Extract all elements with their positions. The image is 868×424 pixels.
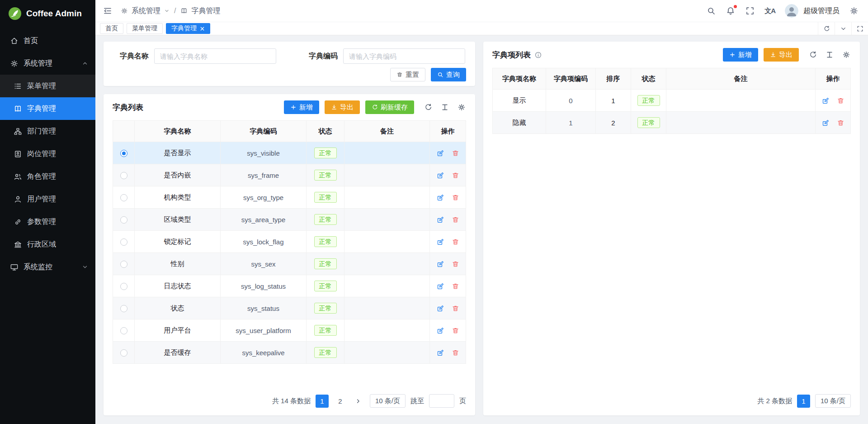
edit-icon[interactable] <box>437 216 444 224</box>
density-icon[interactable] <box>825 50 834 59</box>
refresh-icon[interactable] <box>808 50 817 59</box>
dict-name-input[interactable] <box>154 48 276 64</box>
translate-icon[interactable]: 文A <box>764 7 775 15</box>
breadcrumb-item-current: 字典管理 <box>191 6 220 16</box>
delete-icon[interactable] <box>452 260 459 268</box>
info-icon[interactable] <box>534 51 542 59</box>
refresh-icon[interactable] <box>424 103 433 112</box>
edit-icon[interactable] <box>437 282 444 290</box>
row-radio[interactable] <box>120 194 127 201</box>
add-item-button[interactable]: 新增 <box>723 48 758 62</box>
fullscreen-icon[interactable] <box>745 6 755 16</box>
close-icon[interactable] <box>200 26 205 31</box>
row-radio[interactable] <box>120 261 127 268</box>
sidebar-item-dept-mgmt[interactable]: 部门管理 <box>0 120 95 143</box>
sidebar-item-dict-mgmt[interactable]: 字典管理 <box>0 97 95 120</box>
delete-icon[interactable] <box>452 282 459 290</box>
sidebar-item-role-mgmt[interactable]: 角色管理 <box>0 165 95 188</box>
page-size-select[interactable]: 10 条/页 <box>815 394 851 408</box>
delete-icon[interactable] <box>452 172 459 179</box>
delete-icon[interactable] <box>452 194 459 201</box>
avatar[interactable] <box>785 4 798 18</box>
dict-row[interactable]: 锁定标记sys_lock_flag正常 <box>113 231 466 253</box>
edit-icon[interactable] <box>437 349 444 357</box>
status-cell: 正常 <box>307 319 344 342</box>
row-radio[interactable] <box>120 238 127 246</box>
dict-code-input[interactable] <box>343 48 465 64</box>
delete-icon[interactable] <box>452 327 459 334</box>
jump-page-input[interactable] <box>429 394 454 408</box>
dict-row[interactable]: 机构类型sys_org_type正常 <box>113 186 466 209</box>
edit-icon[interactable] <box>437 149 444 157</box>
edit-icon[interactable] <box>822 119 830 127</box>
delete-icon[interactable] <box>452 216 459 224</box>
dict-row[interactable]: 性别sys_sex正常 <box>113 253 466 275</box>
sidebar-item-admin-region[interactable]: 行政区域 <box>0 233 95 256</box>
edit-icon[interactable] <box>822 97 830 105</box>
breadcrumb-item[interactable]: 系统管理 <box>132 6 160 16</box>
tab-menu-mgmt[interactable]: 菜单管理 <box>127 23 163 34</box>
page-button[interactable]: 1 <box>316 395 329 408</box>
tab-dict-mgmt[interactable]: 字典管理 <box>166 23 210 34</box>
edit-icon[interactable] <box>437 194 444 201</box>
dict-row[interactable]: 用户平台sys_user_platform正常 <box>113 319 466 342</box>
row-radio[interactable] <box>120 305 127 312</box>
sidebar-item-param-mgmt[interactable]: 参数管理 <box>0 210 95 233</box>
delete-icon[interactable] <box>837 97 844 105</box>
row-radio[interactable] <box>120 172 127 179</box>
delete-icon[interactable] <box>452 349 459 357</box>
edit-icon[interactable] <box>437 238 444 246</box>
edit-icon[interactable] <box>437 327 444 334</box>
sidebar-item-menu-mgmt[interactable]: 菜单管理 <box>0 75 95 97</box>
page-button[interactable]: 1 <box>797 395 810 408</box>
delete-icon[interactable] <box>452 238 459 246</box>
add-button[interactable]: 新增 <box>284 100 319 114</box>
dict-row[interactable]: 状态sys_status正常 <box>113 297 466 319</box>
search-icon[interactable] <box>706 6 716 16</box>
edit-icon[interactable] <box>437 172 444 179</box>
notifications-bell-icon[interactable] <box>726 6 736 16</box>
page-button[interactable]: 2 <box>334 395 347 408</box>
refresh-cache-button[interactable]: 刷新缓存 <box>365 100 414 114</box>
user-name[interactable]: 超级管理员 <box>803 6 840 16</box>
dict-item-row[interactable]: 隐藏12正常 <box>493 112 851 134</box>
next-page-button[interactable] <box>352 395 365 408</box>
app-logo[interactable]: Coffee Admin <box>0 0 95 27</box>
sidebar-item-post-mgmt[interactable]: 岗位管理 <box>0 143 95 165</box>
export-button[interactable]: 导出 <box>325 100 360 114</box>
dict-row[interactable]: 是否内嵌sys_frame正常 <box>113 164 466 186</box>
dict-row[interactable]: 日志状态sys_log_status正常 <box>113 275 466 297</box>
sidebar-item-home[interactable]: 首页 <box>0 29 95 52</box>
delete-icon[interactable] <box>452 305 459 312</box>
page-size-select[interactable]: 10 条/页 <box>370 394 406 408</box>
delete-icon[interactable] <box>837 119 844 127</box>
row-radio[interactable] <box>120 349 127 357</box>
gear-icon[interactable] <box>842 50 851 59</box>
dict-row[interactable]: 是否缓存sys_keepalive正常 <box>113 342 466 364</box>
export-items-button[interactable]: 导出 <box>764 48 799 62</box>
column-header: 字典项编码 <box>546 68 596 90</box>
refresh-icon[interactable] <box>818 22 835 35</box>
query-button[interactable]: 查询 <box>431 68 466 81</box>
reset-button[interactable]: 重置 <box>390 68 425 81</box>
sidebar-item-user-mgmt[interactable]: 用户管理 <box>0 188 95 210</box>
gear-icon[interactable] <box>457 103 466 112</box>
density-icon[interactable] <box>440 103 449 112</box>
edit-icon[interactable] <box>437 305 444 312</box>
collapse-sidebar-icon[interactable] <box>103 6 113 16</box>
expand-icon[interactable] <box>851 22 868 35</box>
settings-gear-icon[interactable] <box>849 6 859 16</box>
delete-icon[interactable] <box>452 149 459 157</box>
sidebar-item-system-monitor[interactable]: 系统监控 <box>0 256 95 278</box>
dict-row[interactable]: 是否显示sys_visible正常 <box>113 142 466 164</box>
row-radio[interactable] <box>120 283 127 290</box>
dict-item-row[interactable]: 显示01正常 <box>493 90 851 112</box>
tab-home[interactable]: 首页 <box>100 23 123 34</box>
sidebar-item-system-mgmt[interactable]: 系统管理 <box>0 52 95 75</box>
row-radio[interactable] <box>120 150 127 157</box>
edit-icon[interactable] <box>437 260 444 268</box>
row-radio[interactable] <box>120 327 127 334</box>
chevron-down-icon[interactable] <box>835 22 851 35</box>
dict-row[interactable]: 区域类型sys_area_type正常 <box>113 209 466 231</box>
row-radio[interactable] <box>120 216 127 224</box>
